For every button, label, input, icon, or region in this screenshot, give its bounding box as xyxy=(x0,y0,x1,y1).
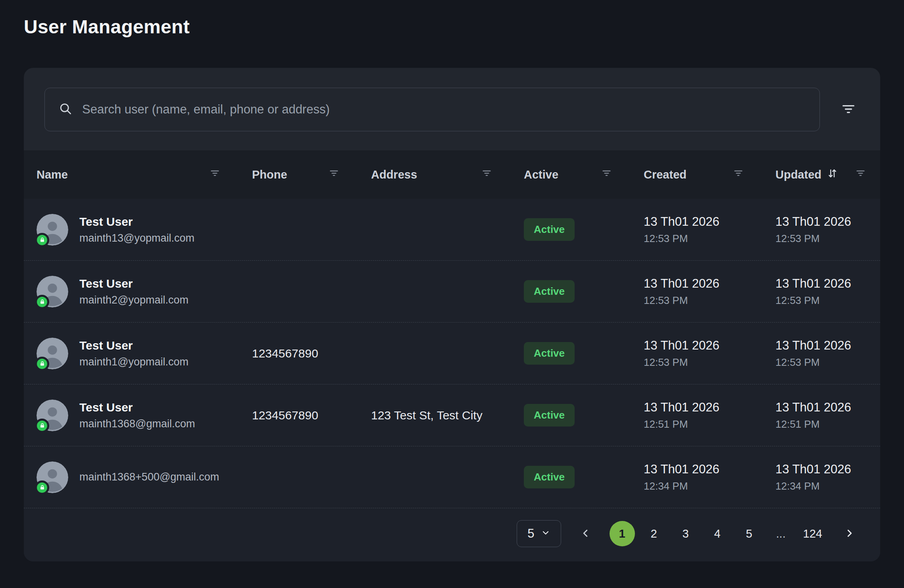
phone-cell: 1234567890 xyxy=(252,347,371,360)
updated-time: 12:53 PM xyxy=(775,233,880,245)
column-header-active[interactable]: Active xyxy=(524,168,644,181)
status-badge: Active xyxy=(524,466,575,488)
active-cell: Active xyxy=(524,280,644,303)
avatar xyxy=(37,461,68,493)
active-cell: Active xyxy=(524,466,644,488)
user-cell: Test User mainth1@yopmail.com xyxy=(24,338,252,369)
page-root: User Management xyxy=(0,0,904,561)
updated-date: 13 Th01 2026 xyxy=(775,277,880,291)
table-filter-button[interactable] xyxy=(837,98,860,121)
user-email: mainth13@yopmail.com xyxy=(79,232,194,244)
table-row[interactable]: Test User mainth2@yopmail.com Active 13 … xyxy=(24,261,880,323)
filter-icon[interactable] xyxy=(733,168,744,181)
active-cell: Active xyxy=(524,342,644,365)
status-badge: Active xyxy=(524,218,575,241)
pagination-bar: 5 1 2 3 4 5 ... 124 xyxy=(24,508,880,561)
created-cell: 13 Th01 2026 12:53 PM xyxy=(644,277,775,307)
status-badge: Active xyxy=(524,404,575,427)
phone-cell: 1234567890 xyxy=(252,409,371,422)
sort-icon[interactable] xyxy=(826,167,838,182)
avatar xyxy=(37,214,68,246)
updated-cell: 13 Th01 2026 12:53 PM xyxy=(775,338,880,369)
filter-icon[interactable] xyxy=(210,168,220,181)
created-date: 13 Th01 2026 xyxy=(644,215,775,229)
filter-icon[interactable] xyxy=(601,168,612,181)
table-row[interactable]: Test User mainth1368@gmail.com 123456789… xyxy=(24,384,880,446)
created-time: 12:34 PM xyxy=(644,480,775,492)
created-cell: 13 Th01 2026 12:53 PM xyxy=(644,215,775,245)
user-name: Test User xyxy=(79,215,194,229)
search-icon xyxy=(58,102,73,117)
user-cell: mainth1368+500@gmail.com xyxy=(24,461,252,493)
column-header-name[interactable]: Name xyxy=(24,168,252,181)
created-date: 13 Th01 2026 xyxy=(644,277,775,291)
page-button-4[interactable]: 4 xyxy=(705,521,730,546)
lock-icon xyxy=(35,480,49,495)
page-button-1[interactable]: 1 xyxy=(610,521,635,546)
user-name: Test User xyxy=(79,277,188,290)
filter-icon[interactable] xyxy=(855,168,866,181)
chevron-right-icon xyxy=(844,527,856,540)
updated-time: 12:53 PM xyxy=(775,356,880,369)
user-email: mainth1368+500@gmail.com xyxy=(79,471,219,483)
updated-cell: 13 Th01 2026 12:53 PM xyxy=(775,215,880,245)
updated-cell: 13 Th01 2026 12:34 PM xyxy=(775,462,880,492)
page-button-3[interactable]: 3 xyxy=(673,521,698,546)
chevron-down-icon xyxy=(541,527,550,541)
created-cell: 13 Th01 2026 12:53 PM xyxy=(644,338,775,369)
updated-date: 13 Th01 2026 xyxy=(775,338,880,353)
page-button-5[interactable]: 5 xyxy=(737,521,762,546)
updated-time: 12:53 PM xyxy=(775,294,880,307)
chevron-left-icon xyxy=(579,527,591,540)
created-cell: 13 Th01 2026 12:51 PM xyxy=(644,400,775,430)
filter-icon[interactable] xyxy=(481,168,492,181)
table-row[interactable]: Test User mainth1@yopmail.com 1234567890… xyxy=(24,323,880,384)
updated-date: 13 Th01 2026 xyxy=(775,462,880,477)
user-email: mainth1368@gmail.com xyxy=(79,418,195,430)
active-cell: Active xyxy=(524,218,644,241)
status-badge: Active xyxy=(524,342,575,365)
page-ellipsis: ... xyxy=(768,521,794,546)
prev-page-button[interactable] xyxy=(577,525,594,543)
column-header-updated[interactable]: Updated xyxy=(775,167,880,182)
page-button-2[interactable]: 2 xyxy=(641,521,667,546)
created-time: 12:53 PM xyxy=(644,294,775,307)
user-cell: Test User mainth13@yopmail.com xyxy=(24,214,252,246)
created-date: 13 Th01 2026 xyxy=(644,338,775,353)
created-time: 12:51 PM xyxy=(644,418,775,430)
created-date: 13 Th01 2026 xyxy=(644,462,775,477)
avatar xyxy=(37,338,68,369)
updated-date: 13 Th01 2026 xyxy=(775,215,880,229)
avatar xyxy=(37,400,68,431)
page-button-124[interactable]: 124 xyxy=(800,521,825,546)
filter-icon[interactable] xyxy=(329,168,339,181)
user-email: mainth2@yopmail.com xyxy=(79,294,188,306)
updated-date: 13 Th01 2026 xyxy=(775,400,880,415)
search-input[interactable] xyxy=(82,102,806,117)
lock-icon xyxy=(35,419,49,433)
updated-cell: 13 Th01 2026 12:53 PM xyxy=(775,277,880,307)
lock-icon xyxy=(35,233,49,247)
user-table-card: Name Phone Address xyxy=(24,68,880,561)
next-page-button[interactable] xyxy=(841,525,858,543)
lock-icon xyxy=(35,357,49,371)
updated-cell: 13 Th01 2026 12:51 PM xyxy=(775,400,880,430)
filter-lines-icon xyxy=(841,101,856,118)
column-header-phone[interactable]: Phone xyxy=(252,168,371,181)
avatar xyxy=(37,276,68,307)
users-table: Name Phone Address xyxy=(24,150,880,508)
updated-time: 12:51 PM xyxy=(775,418,880,430)
table-row[interactable]: Test User mainth13@yopmail.com Active 13… xyxy=(24,199,880,261)
column-header-created[interactable]: Created xyxy=(644,168,775,181)
page-size-select[interactable]: 5 xyxy=(517,520,561,547)
address-cell: 123 Test St, Test City xyxy=(371,409,524,422)
column-header-address[interactable]: Address xyxy=(371,168,524,181)
page-title: User Management xyxy=(24,16,880,38)
user-cell: Test User mainth2@yopmail.com xyxy=(24,276,252,307)
search-section xyxy=(24,68,880,150)
user-name: Test User xyxy=(79,339,188,352)
active-cell: Active xyxy=(524,404,644,427)
table-row[interactable]: mainth1368+500@gmail.com Active 13 Th01 … xyxy=(24,446,880,508)
created-date: 13 Th01 2026 xyxy=(644,400,775,415)
page-size-value: 5 xyxy=(527,527,534,541)
